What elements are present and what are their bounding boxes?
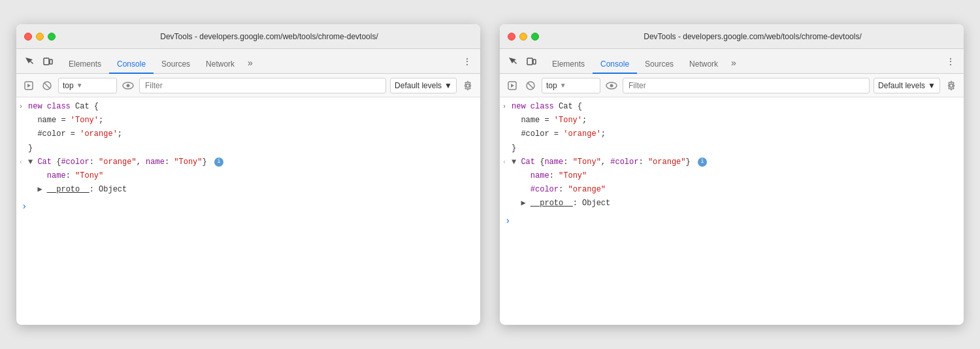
execute-icon[interactable] [22,78,36,93]
console-content-left: › new class Cat { name = 'Tony'; #color … [16,97,480,325]
levels-arrow-left: ▼ [444,81,452,90]
device-icon[interactable] [40,54,56,69]
svg-rect-9 [527,58,532,65]
toolbar-right: top ▼ Default levels ▼ [500,74,964,97]
console-output-name-right: name: "Tony" [500,169,964,183]
console-input-line4-right: } [500,142,964,156]
devtools-window-right: DevTools - developers.google.com/web/too… [500,24,964,325]
close-button[interactable] [24,33,32,41]
console-output-name-left: name: "Tony" [16,169,480,183]
input-content-left: new class Cat { [28,101,475,113]
levels-selector-right[interactable]: Default levels ▼ [874,78,940,93]
context-selector-left[interactable]: top ▼ [58,78,117,93]
console-input-line2-left: name = 'Tony'; [16,114,480,127]
tab-console-left[interactable]: Console [109,56,154,74]
output-arrow3-left [19,184,28,185]
tab-elements-right[interactable]: Elements [544,56,593,74]
info-icon-left: i [214,158,223,167]
filter-input-left[interactable] [139,78,386,93]
console-output-proto-left: ▶ __proto__: Object [16,183,480,197]
info-icon-right: i [698,158,707,167]
traffic-lights-right [508,33,539,41]
console-input-line3-right: #color = 'orange'; [500,127,964,141]
svg-marker-12 [511,84,514,88]
svg-point-8 [466,84,470,87]
tab-more-right[interactable]: » [726,54,742,73]
svg-line-14 [528,82,534,88]
minimize-button-right[interactable] [519,33,527,41]
levels-selector-left[interactable]: Default levels ▼ [390,78,457,93]
tab-bar-rightmost: ⋮ [943,54,958,73]
eye-icon-left[interactable] [121,78,135,93]
levels-label-left: Default levels [395,81,442,90]
console-input-right: › new class Cat { [500,100,964,114]
traffic-lights-left [24,33,56,41]
context-value-right: top [546,81,557,90]
input-arrow3-left [19,128,28,129]
window-title-left: DevTools - developers.google.com/web/too… [66,32,472,41]
title-bar-left: DevTools - developers.google.com/web/too… [16,24,480,49]
window-title-right: DevTools - developers.google.com/web/too… [549,32,956,41]
console-input-line3-left: #color = 'orange'; [16,127,480,141]
filter-input-right[interactable] [623,78,870,93]
minimize-button[interactable] [36,33,44,41]
console-input-line4-left: } [16,142,480,156]
input-arrow2-left [19,114,28,116]
settings-icon-left[interactable] [461,78,475,93]
devtools-menu-icon-right[interactable]: ⋮ [943,54,958,69]
devtools-window-left: DevTools - developers.google.com/web/too… [16,24,480,325]
context-arrow-right: ▼ [560,82,566,89]
svg-point-7 [127,84,130,87]
output-arrow-left: ‹ [19,156,28,168]
eye-icon-right[interactable] [604,78,619,93]
console-output-left: ‹ ▼ Cat {#color: "orange", name: "Tony"}… [16,156,480,169]
svg-rect-1 [50,59,52,64]
input-arrow4-left [19,142,28,144]
settings-icon-right[interactable] [944,78,958,93]
context-selector-right[interactable]: top ▼ [542,78,600,93]
tab-more-left[interactable]: » [242,54,258,73]
svg-rect-0 [44,58,49,65]
svg-point-16 [610,84,613,87]
output-arrow2-left [19,170,28,171]
inspect-icon-right[interactable] [505,54,521,69]
block-icon[interactable] [40,78,54,93]
svg-line-5 [44,82,50,88]
prompt-symbol-left: › [22,199,27,214]
console-prompt-left[interactable]: › [16,197,480,216]
tab-bar-right-window: Elements Console Sources Network » ⋮ [500,49,964,74]
title-bar-right: DevTools - developers.google.com/web/too… [500,24,964,49]
tab-bar-right-left: ⋮ [459,54,475,73]
context-arrow-left: ▼ [76,82,83,89]
close-button-right[interactable] [508,33,515,41]
levels-label-right: Default levels [878,81,925,90]
maximize-button-right[interactable] [531,33,539,41]
console-content-right: › new class Cat { name = 'Tony'; #color … [500,97,964,325]
tab-console-right[interactable]: Console [593,56,637,74]
console-input-left: › new class Cat { [16,100,480,114]
input-content-right: new class Cat { [512,101,958,113]
console-prompt-right[interactable]: › [500,211,964,231]
tab-network-right[interactable]: Network [681,56,726,74]
inspect-icon[interactable] [22,54,37,69]
tab-sources-left[interactable]: Sources [154,56,198,74]
tab-elements-left[interactable]: Elements [61,56,109,74]
tab-network-left[interactable]: Network [198,56,242,74]
svg-marker-3 [27,84,31,88]
input-arrow-right: › [502,101,512,112]
console-output-right: ‹ ▼ Cat {name: "Tony", #color: "orange"}… [500,156,964,169]
svg-rect-10 [533,59,536,64]
devtools-menu-icon[interactable]: ⋮ [459,54,475,69]
execute-icon-right[interactable] [505,78,519,93]
console-output-color-right: #color: "orange" [500,183,964,197]
tab-sources-right[interactable]: Sources [637,56,681,74]
console-input-line2-right: name = 'Tony'; [500,114,964,127]
device-icon-right[interactable] [523,54,539,69]
input-arrow-left: › [19,101,28,112]
maximize-button[interactable] [48,33,56,41]
tab-bar-icons-left [22,54,56,73]
svg-point-17 [950,84,953,87]
block-icon-right[interactable] [523,78,538,93]
tab-bar-icons-right [505,54,539,73]
toolbar-left: top ▼ Default levels ▼ [16,74,480,97]
